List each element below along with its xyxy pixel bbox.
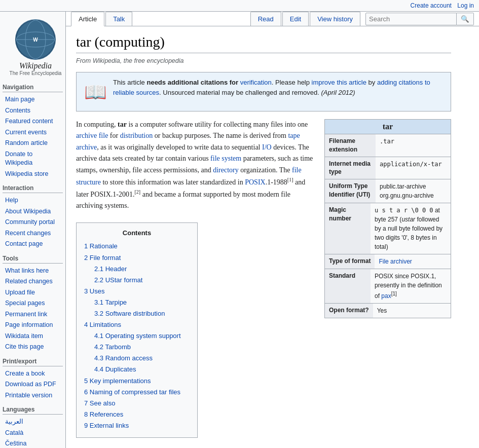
sidebar-item-contents[interactable]: Contents	[3, 105, 63, 117]
sidebar-item-contact[interactable]: Contact page	[3, 239, 63, 250]
toc-item-2: 2 File format 2.1 Header 2.2 UStar forma…	[84, 252, 190, 286]
toc-link-4-1[interactable]: 4.1 Operating system support	[94, 332, 181, 340]
sidebar: W Wikipedia The Free Encyclopedia Naviga…	[0, 12, 66, 448]
sidebar-item-help[interactable]: Help	[3, 195, 63, 206]
toc-title: Contents	[84, 229, 190, 237]
infobox-pax-link[interactable]: pax	[381, 292, 391, 300]
infobox-mediatype-label: Internet media type	[325, 157, 376, 179]
interaction-title: Interaction	[3, 184, 63, 193]
sidebar-item-donate[interactable]: Donate to Wikipedia	[3, 149, 63, 169]
sidebar-item-cite-page[interactable]: Cite this page	[3, 342, 63, 353]
sidebar-item-czech[interactable]: Čeština	[3, 438, 63, 448]
toc-link-3-1[interactable]: 3.1 Tarpipe	[94, 298, 127, 306]
notice-verification-link[interactable]: verification	[240, 79, 272, 86]
wikipedia-logo: W	[15, 19, 56, 60]
sidebar-item-create-book[interactable]: Create a book	[3, 368, 63, 380]
infobox-format-link[interactable]: File archiver	[379, 258, 412, 265]
search-button[interactable]: 🔍	[457, 13, 474, 25]
sidebar-item-permanent-link[interactable]: Permanent link	[3, 309, 63, 320]
sidebar-item-wikidata[interactable]: Wikidata item	[3, 331, 63, 342]
infobox-magic-label: Magic number	[325, 203, 371, 254]
toc-link-1[interactable]: 1 Rationale	[84, 242, 118, 250]
infobox-row-uti: Uniform Type Identifier (UTI) public.tar…	[325, 179, 451, 203]
infobox-row-mediatype: Internet media type application/x-tar	[325, 157, 451, 179]
notice-box: 📖 This article needs additional citation…	[76, 72, 451, 111]
tab-article[interactable]: Article	[71, 12, 104, 26]
infobox-mediatype-value: application/x-tar	[376, 157, 446, 179]
sidebar-item-arabic[interactable]: العربية	[3, 417, 63, 428]
toc-item-3: 3 Uses 3.1 Tarpipe 3.2 Software distribu…	[84, 286, 190, 319]
sidebar-item-page-info[interactable]: Page information	[3, 320, 63, 331]
toc-link-3-2[interactable]: 3.2 Software distribution	[94, 310, 165, 317]
tar-bold: tar	[118, 121, 127, 128]
fs-link[interactable]: file system	[210, 155, 241, 162]
toc-link-4[interactable]: 4 Limitations	[84, 321, 121, 328]
infobox-uti-label: Uniform Type Identifier (UTI)	[325, 179, 376, 203]
toc-link-4-3[interactable]: 4.3 Random access	[94, 354, 153, 362]
toc-link-2[interactable]: 2 File format	[84, 254, 121, 262]
toc-link-7[interactable]: 7 See also	[84, 399, 115, 407]
infobox-row-magic: Magic number u s t a r \0 0 0 at byte 25…	[325, 203, 451, 254]
sidebar-item-about[interactable]: About Wikipedia	[3, 206, 63, 217]
infobox-open-link[interactable]: Open format?	[329, 307, 369, 314]
notice-text: This article needs additional citations …	[113, 78, 443, 97]
tab-talk[interactable]: Talk	[105, 12, 132, 26]
toc-item-4: 4 Limitations 4.1 Operating system suppo…	[84, 319, 190, 375]
create-account-link[interactable]: Create account	[411, 2, 452, 9]
page-content: tar (computing) From Wikipedia, the free…	[66, 26, 461, 448]
toc-link-4-4[interactable]: 4.4 Duplicates	[94, 365, 136, 373]
archive-file-link[interactable]: archive file	[76, 132, 108, 139]
directory-link[interactable]: directory	[213, 166, 239, 174]
distribution-link[interactable]: distribution	[120, 132, 153, 139]
notice-bold: needs additional citations for	[146, 79, 238, 86]
toc-link-3[interactable]: 3 Uses	[84, 287, 104, 295]
sidebar-item-catalan[interactable]: Català	[3, 428, 63, 439]
toc-item-9: 9 External links	[84, 420, 190, 431]
toc-link-2-2[interactable]: 2.2 UStar format	[94, 276, 142, 284]
log-in-link[interactable]: Log in	[457, 2, 474, 9]
toc-link-4-2[interactable]: 4.2 Tarbomb	[94, 343, 131, 351]
sidebar-item-what-links[interactable]: What links here	[3, 266, 63, 277]
file-structure-link[interactable]: file structure	[76, 166, 302, 186]
page-subtitle: From Wikipedia, the free encyclopedia	[76, 57, 451, 64]
sidebar-item-upload-file[interactable]: Upload file	[3, 287, 63, 298]
toc-link-6[interactable]: 6 Naming of compressed tar files	[84, 388, 180, 396]
top-bar: Create account Log in	[0, 0, 479, 12]
sidebar-item-store[interactable]: Wikipedia store	[3, 169, 63, 180]
notice-improve-link[interactable]: improve this article	[312, 79, 366, 86]
sidebar-item-featured-content[interactable]: Featured content	[3, 116, 63, 127]
toc-link-8[interactable]: 8 References	[84, 410, 123, 418]
sidebar-item-community-portal[interactable]: Community portal	[3, 217, 63, 228]
sidebar-item-related-changes[interactable]: Related changes	[3, 276, 63, 287]
sidebar-item-printable[interactable]: Printable version	[3, 390, 63, 401]
toc-item-6: 6 Naming of compressed tar files	[84, 387, 190, 398]
infobox-format-label: Type of format	[325, 254, 375, 269]
sidebar-item-download-pdf[interactable]: Download as PDF	[3, 379, 63, 390]
tab-edit[interactable]: Edit	[282, 12, 309, 26]
sidebar-item-random-article[interactable]: Random article	[3, 138, 63, 149]
toc-link-5[interactable]: 5 Key implementations	[84, 377, 151, 385]
sidebar-item-recent-changes[interactable]: Recent changes	[3, 228, 63, 239]
ref-2: [2]	[135, 189, 141, 195]
sidebar-item-special-pages[interactable]: Special pages	[3, 298, 63, 309]
toc-link-2-1[interactable]: 2.1 Header	[94, 265, 127, 273]
tabs-bar: Article Talk Read Edit View history 🔍	[66, 12, 479, 26]
infobox-ref: [1]	[391, 291, 397, 296]
toc-sub-3: 3.1 Tarpipe 3.2 Software distribution	[84, 297, 190, 319]
infobox-row-open: Open format? Yes	[325, 303, 451, 318]
infobox-filename-value: .tar	[376, 134, 398, 157]
toc-link-9[interactable]: 9 External links	[84, 422, 129, 429]
toc-item-1: 1 Rationale	[84, 241, 190, 252]
toc-sub-4: 4.1 Operating system support 4.2 Tarbomb…	[84, 330, 190, 375]
io-link[interactable]: I/O	[262, 143, 272, 151]
tab-read[interactable]: Read	[250, 12, 281, 26]
sidebar-item-current-events[interactable]: Current events	[3, 127, 63, 138]
tab-view-history[interactable]: View history	[310, 12, 360, 26]
toc-sub-2: 2.1 Header 2.2 UStar format	[84, 264, 190, 286]
posix-link[interactable]: POSIX	[245, 178, 265, 186]
search-input[interactable]	[365, 13, 457, 25]
navigation-title: Navigation	[3, 84, 63, 92]
logo-subtitle: The Free Encyclopedia	[10, 70, 62, 76]
ref-1: [1]	[287, 177, 293, 182]
sidebar-item-main-page[interactable]: Main page	[3, 94, 63, 105]
